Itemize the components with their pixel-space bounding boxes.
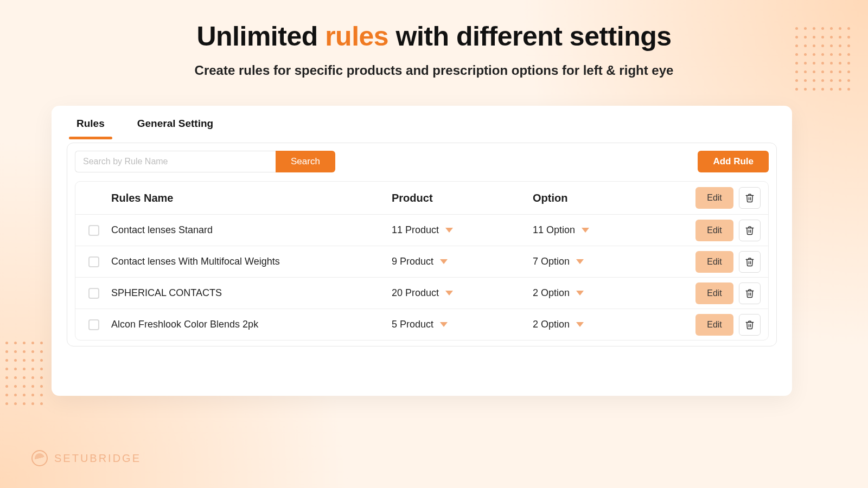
product-count: 9 Product <box>392 256 433 267</box>
product-count: 5 Product <box>392 319 433 330</box>
col-name: Rules Name <box>111 192 392 204</box>
row-actions: Edit <box>663 251 761 273</box>
table-row: Contact lenses With Multifocal Weights 9… <box>75 246 768 277</box>
chevron-down-icon <box>576 259 584 264</box>
trash-icon <box>745 226 755 235</box>
hero: Unlimited rules with different settings … <box>0 0 868 78</box>
edit-button[interactable]: Edit <box>695 251 733 273</box>
brand-name: SETUBRIDGE <box>54 452 141 465</box>
toolbar: Search Add Rule <box>75 151 769 172</box>
decorative-dots-tr <box>795 27 852 92</box>
tab-rules[interactable]: Rules <box>76 118 105 139</box>
col-option: Option <box>533 192 663 204</box>
option-cell[interactable]: 11 Option <box>533 224 663 236</box>
page-title-accent: rules <box>325 21 388 52</box>
chevron-down-icon <box>440 259 448 264</box>
decorative-dots-bl <box>5 342 44 407</box>
product-cell[interactable]: 9 Product <box>392 256 533 267</box>
trash-icon <box>745 257 755 267</box>
edit-button[interactable]: Edit <box>695 282 733 304</box>
option-count: 2 Option <box>533 287 570 299</box>
chevron-down-icon <box>445 291 453 296</box>
checkbox[interactable] <box>88 288 99 299</box>
header-actions: Edit <box>663 187 761 209</box>
edit-button[interactable]: Edit <box>695 220 733 241</box>
table-header-row: Rules Name Product Option Edit <box>75 182 768 214</box>
checkbox[interactable] <box>88 225 99 236</box>
chevron-down-icon <box>445 228 453 233</box>
option-cell[interactable]: 7 Option <box>533 256 663 267</box>
trash-icon <box>745 193 755 203</box>
checkbox[interactable] <box>88 319 99 330</box>
rule-name: SPHERICAL CONTACTS <box>111 287 392 299</box>
col-product: Product <box>392 192 533 204</box>
option-count: 7 Option <box>533 256 570 267</box>
chevron-down-icon <box>440 322 448 327</box>
chevron-down-icon <box>576 291 584 296</box>
product-count: 20 Product <box>392 287 439 299</box>
product-cell[interactable]: 11 Product <box>392 224 533 236</box>
brand-logo-icon <box>31 450 48 466</box>
search-input[interactable] <box>75 151 276 172</box>
page-subtitle: Create rules for specific products and p… <box>0 63 868 78</box>
chevron-down-icon <box>582 228 589 233</box>
edit-button[interactable]: Edit <box>695 314 733 336</box>
row-actions: Edit <box>663 220 761 241</box>
page-title-post: with different settings <box>388 21 671 52</box>
product-cell[interactable]: 5 Product <box>392 319 533 330</box>
trash-icon <box>745 320 755 330</box>
product-cell[interactable]: 20 Product <box>392 287 533 299</box>
option-cell[interactable]: 2 Option <box>533 287 663 299</box>
brand: SETUBRIDGE <box>31 450 141 466</box>
row-actions: Edit <box>663 282 761 304</box>
rule-name: Contact lenses Stanard <box>111 224 392 236</box>
rules-table: Rules Name Product Option Edit Contact l… <box>75 181 769 341</box>
page-title: Unlimited rules with different settings <box>0 21 868 52</box>
delete-button[interactable] <box>739 314 761 336</box>
delete-button[interactable] <box>739 187 761 209</box>
page-title-pre: Unlimited <box>196 21 325 52</box>
table-row: Contact lenses Stanard 11 Product 11 Opt… <box>75 214 768 246</box>
add-rule-button[interactable]: Add Rule <box>698 151 769 172</box>
table-row: Alcon Freshlook Color Blends 2pk 5 Produ… <box>75 309 768 340</box>
edit-button[interactable]: Edit <box>695 187 733 209</box>
rule-name: Contact lenses With Multifocal Weights <box>111 256 392 267</box>
table-row: SPHERICAL CONTACTS 20 Product 2 Option E… <box>75 277 768 309</box>
checkbox[interactable] <box>88 256 99 267</box>
option-cell[interactable]: 2 Option <box>533 319 663 330</box>
chevron-down-icon <box>576 322 584 327</box>
search-button[interactable]: Search <box>276 151 335 172</box>
rules-card: Search Add Rule Rules Name Product Optio… <box>67 143 777 346</box>
tabs: Rules General Setting <box>67 118 777 139</box>
delete-button[interactable] <box>739 220 761 241</box>
delete-button[interactable] <box>739 282 761 304</box>
row-actions: Edit <box>663 314 761 336</box>
option-count: 2 Option <box>533 319 570 330</box>
tab-general[interactable]: General Setting <box>137 118 213 139</box>
delete-button[interactable] <box>739 251 761 273</box>
product-count: 11 Product <box>392 224 439 236</box>
rule-name: Alcon Freshlook Color Blends 2pk <box>111 319 392 330</box>
trash-icon <box>745 288 755 298</box>
option-count: 11 Option <box>533 224 575 236</box>
rules-panel: Rules General Setting Search Add Rule Ru… <box>52 106 792 396</box>
